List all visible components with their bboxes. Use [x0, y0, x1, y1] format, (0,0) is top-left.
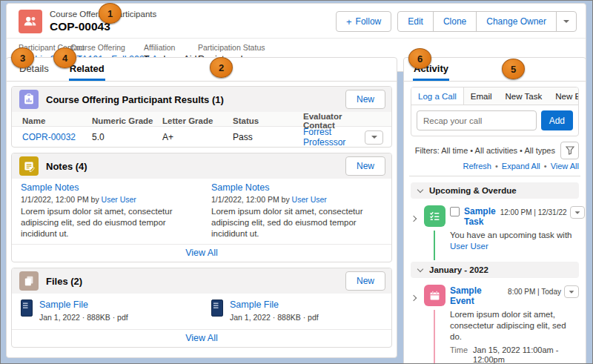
section-january-2022[interactable]: January - 2022 [411, 262, 579, 278]
results-new-button[interactable]: New [345, 90, 385, 109]
field-label: Affiliation [144, 43, 198, 52]
annotation-badge-1: 1 [99, 3, 122, 24]
note-body: Lorem ipsum dolor sit amet, consectetur … [21, 206, 192, 239]
files-related-list: Files (2) New Sample Fil [11, 268, 392, 348]
annotation-badge-3: 3 [11, 47, 34, 68]
numeric-grade-cell: 5.0 [92, 132, 162, 142]
chevron-down-icon [569, 291, 574, 293]
timeline-task-item: Sample Task 12:00 PM | 12/31/22 You have… [411, 205, 579, 252]
files-title: Files (2) [46, 276, 82, 287]
task-datetime: 12:00 PM | 12/31/22 [500, 208, 567, 216]
results-related-list: Course Offering Participant Results (1) … [11, 86, 392, 148]
note-item: Sample Notes 1/1/2022, 12:00 PM by User … [211, 182, 382, 239]
note-item: Sample Notes 1/1/2022, 12:00 PM by User … [21, 182, 192, 239]
call-recap-input[interactable] [417, 110, 537, 130]
change-owner-button[interactable]: Change Owner [476, 11, 557, 32]
letter-grade-cell: A+ [162, 132, 233, 142]
results-icon [19, 90, 39, 109]
filter-button[interactable] [560, 142, 579, 159]
clone-button[interactable]: Clone [433, 11, 477, 32]
file-meta: Jan 1, 2022 · 888KB · pdf [230, 313, 319, 322]
chevron-right-icon [411, 216, 417, 222]
annotation-badge-6: 6 [408, 48, 431, 69]
task-icon [424, 205, 445, 227]
files-new-button[interactable]: New [345, 271, 385, 291]
expand-event-button[interactable] [411, 285, 420, 364]
field-label: Course Offering [70, 43, 144, 52]
doc-icon [211, 300, 223, 317]
note-link[interactable]: Sample Notes [211, 182, 270, 193]
row-actions-button[interactable] [365, 130, 383, 145]
more-actions-button[interactable] [556, 11, 577, 32]
expand-all-link[interactable]: Expand All [502, 162, 540, 171]
event-description: Lorem ipsum dolor sit amet, consectetur … [450, 309, 579, 343]
record-detail-panel: Details Related [6, 57, 397, 358]
tab-new-task[interactable]: New Task [499, 87, 549, 105]
note-author-link[interactable]: User User [102, 195, 136, 204]
refresh-link[interactable]: Refresh [463, 162, 491, 171]
task-actions-button[interactable] [570, 206, 585, 219]
view-all-link[interactable]: View All [551, 162, 579, 171]
result-record-link[interactable]: COPR-00032 [22, 132, 76, 142]
doc-icon [21, 300, 33, 317]
event-time: Jan 15, 2022 11:00am - 12:00pm [473, 345, 579, 364]
annotation-badge-2: 2 [210, 57, 233, 78]
chevron-down-icon [417, 265, 423, 271]
notes-new-button[interactable]: New [345, 156, 385, 176]
tab-email[interactable]: Email [464, 87, 499, 105]
notes-related-list: Notes (4) New Sample Notes 1/1/2022, 12:… [11, 153, 392, 262]
chevron-down-icon [371, 136, 377, 139]
note-author-link[interactable]: User User [292, 195, 327, 204]
chevron-right-icon [411, 295, 417, 301]
file-item: Sample File Jan 1, 2022 · 888KB · pdf [21, 300, 192, 322]
notes-title: Notes (4) [46, 161, 87, 172]
task-link[interactable]: Sample Task [464, 206, 496, 227]
files-view-all-link[interactable]: View All [185, 333, 218, 343]
files-icon [19, 271, 39, 291]
course-offering-participant-icon [19, 10, 42, 33]
file-meta: Jan 1, 2022 · 888KB · pdf [39, 313, 128, 322]
status-cell: Pass [233, 132, 303, 142]
field-label: Participation Status [198, 43, 265, 52]
notes-view-all-link[interactable]: View All [185, 248, 218, 258]
timeline-connector [434, 231, 435, 260]
follow-button[interactable]: + Follow [336, 11, 391, 32]
expand-task-button[interactable] [411, 205, 420, 252]
section-upcoming-overdue[interactable]: Upcoming & Overdue [411, 182, 579, 199]
plus-icon: + [346, 16, 352, 27]
event-link[interactable]: Sample Event [450, 285, 503, 306]
annotation-badge-5: 5 [502, 59, 525, 79]
file-link[interactable]: Sample File [230, 300, 279, 310]
evaluator-contact-link[interactable]: Forrest Professsor [303, 127, 345, 148]
file-item: Sample File Jan 1, 2022 · 888KB · pdf [211, 300, 382, 322]
notes-icon [19, 156, 39, 176]
filters-summary: Filters: All time • All activities • All… [415, 146, 555, 155]
activity-panel: Activity Log a Call Email New Task New E… [403, 57, 586, 364]
table-row: COPR-00032 5.0 A+ Pass Forrest Professso… [12, 127, 391, 147]
event-icon [424, 285, 445, 306]
tab-related[interactable]: Related [69, 63, 105, 81]
annotation-badge-4: 4 [53, 47, 76, 68]
note-body: Lorem ipsum dolor sit amet, consectetur … [211, 206, 382, 239]
task-user-link[interactable]: User User [450, 242, 488, 251]
add-button[interactable]: Add [541, 110, 573, 130]
event-actions-button[interactable] [564, 285, 579, 298]
divider [409, 176, 580, 176]
timeline-event-item: Sample Event 8:00 PM | Today Lorem ipsum… [411, 285, 579, 364]
chevron-down-icon [417, 186, 423, 192]
funnel-icon [566, 146, 574, 155]
tab-log-a-call[interactable]: Log a Call [411, 87, 464, 105]
results-table-header: Name Numeric Grade Letter Grade Status E… [12, 112, 391, 127]
note-link[interactable]: Sample Notes [21, 182, 79, 193]
results-title: Course Offering Participant Results (1) [46, 94, 224, 105]
chevron-down-icon [574, 211, 580, 214]
salesforce-record-page: Course Offering Participants COP-00043 +… [0, 0, 593, 364]
edit-button[interactable]: Edit [397, 11, 434, 32]
activity-composer: Log a Call Email New Task New Event Add [411, 87, 579, 136]
chevron-down-icon [563, 20, 569, 23]
file-link[interactable]: Sample File [39, 300, 88, 310]
event-datetime: 8:00 PM | Today [508, 288, 561, 296]
task-complete-checkbox[interactable] [450, 207, 460, 216]
tab-new-event[interactable]: New Event [549, 87, 579, 105]
timeline-connector [434, 310, 435, 364]
